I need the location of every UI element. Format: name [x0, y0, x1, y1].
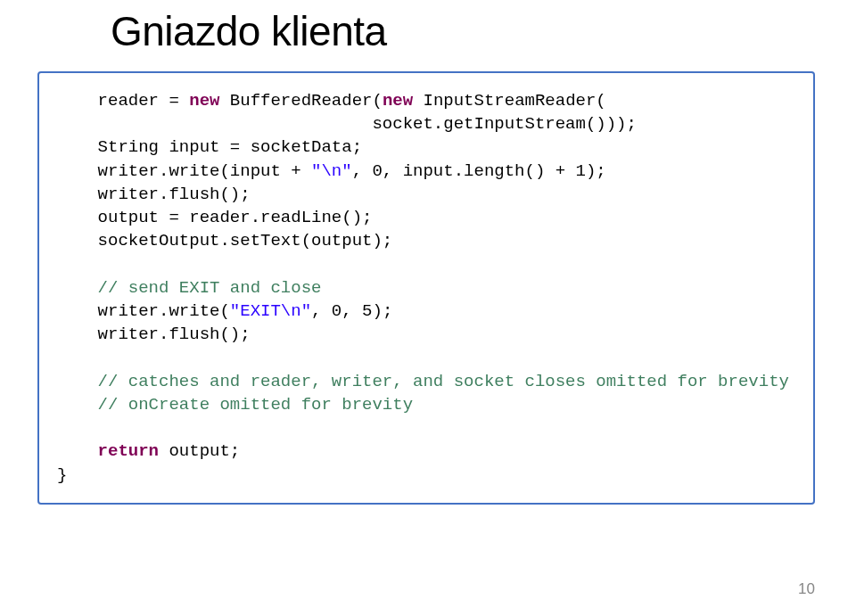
code-text: writer.flush();: [57, 185, 251, 204]
keyword-new: new: [189, 91, 219, 111]
code-text: }: [57, 465, 67, 485]
comment: // send EXIT and close: [98, 278, 322, 298]
slide-title: Gniazdo klienta: [111, 7, 819, 55]
page-number: 10: [798, 580, 815, 598]
code-text: writer.flush();: [57, 324, 251, 344]
code-text: socketOutput.setText(output);: [57, 231, 392, 251]
comment: // catches and reader, writer, and socke…: [98, 372, 789, 391]
code-text: reader =: [57, 91, 189, 111]
string-literal: "EXIT\n": [230, 301, 311, 321]
code-text: , 0, 5);: [311, 301, 392, 321]
code-text: output;: [159, 441, 240, 461]
string-literal: "\n": [311, 161, 352, 181]
code-text: [57, 278, 98, 298]
keyword-new: new: [383, 91, 413, 111]
code-text: [57, 441, 98, 461]
code-text: BufferedReader(: [219, 91, 382, 111]
keyword-return: return: [98, 441, 159, 461]
code-text: , 0, input.length() + 1);: [352, 161, 606, 181]
code-container: reader = new BufferedReader(new InputStr…: [37, 71, 815, 505]
slide-page: Gniazdo klienta reader = new BufferedRea…: [0, 0, 856, 616]
comment: // onCreate omitted for brevity: [98, 395, 413, 415]
code-text: [57, 372, 98, 391]
code-text: String input = socketData;: [57, 137, 362, 157]
code-text: output = reader.readLine();: [57, 208, 372, 227]
code-text: InputStreamReader(: [413, 91, 606, 111]
code-text: writer.write(input +: [57, 161, 311, 181]
code-text: [57, 395, 98, 415]
code-text: writer.write(: [57, 301, 230, 321]
code-text: socket.getInputStream()));: [57, 114, 637, 134]
code-block: reader = new BufferedReader(new InputStr…: [57, 89, 795, 487]
